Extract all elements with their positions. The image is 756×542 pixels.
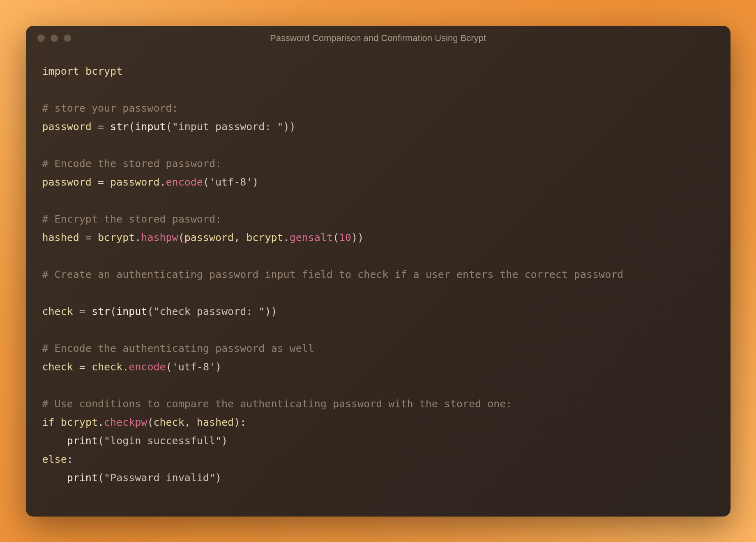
blank-line (42, 321, 714, 339)
code-line: password = password.encode('utf-8') (42, 173, 714, 191)
blank-line (42, 247, 714, 265)
string-literal: "login successfull" (104, 435, 221, 447)
operator: = (92, 121, 110, 133)
paren: ( (147, 305, 153, 317)
comment: # Use conditions to compare the authenti… (42, 398, 512, 410)
keyword-else: else (42, 453, 67, 465)
code-line: # Encrypt the stored pasword: (42, 210, 714, 228)
variable: password (184, 232, 234, 243)
code-line: check = check.encode('utf-8') (42, 358, 714, 376)
method-call: gensalt (290, 232, 333, 243)
paren: ( (166, 121, 172, 133)
code-line: check = str(input("check password: ")) (42, 302, 714, 321)
method-call: encode (129, 361, 166, 373)
code-line: import bcrypt (42, 62, 714, 80)
colon: : (67, 453, 73, 465)
keyword-if: if (42, 416, 55, 428)
comment: # Create an authenticating password inpu… (42, 269, 624, 280)
paren: ( (178, 232, 184, 243)
module-ref: bcrypt (98, 232, 135, 243)
paren: ) (252, 176, 258, 188)
paren: ) (221, 435, 228, 447)
builtin-fn: input (135, 121, 166, 133)
space (55, 416, 61, 428)
builtin-fn: input (116, 305, 147, 317)
code-line: # Encode the authenticating password as … (42, 339, 714, 358)
code-line: # store your password: (42, 99, 714, 117)
dot: . (284, 232, 290, 243)
method-call: hashpw (141, 232, 178, 243)
paren: ( (129, 121, 135, 133)
module-ref: bcrypt (61, 416, 98, 428)
paren: ( (98, 472, 104, 484)
string-literal: "check password: " (153, 305, 265, 317)
minimize-button[interactable] (51, 34, 58, 42)
module-name: bcrypt (85, 65, 122, 77)
dot: . (135, 232, 141, 243)
dot: . (122, 361, 129, 373)
string-literal: 'utf-8' (209, 176, 252, 188)
comma: , (184, 416, 197, 428)
code-line: # Create an authenticating password inpu… (42, 265, 714, 284)
comma: , (234, 232, 246, 243)
close-button[interactable] (37, 34, 45, 42)
dot: . (98, 416, 104, 428)
variable: check (42, 305, 73, 317)
string-literal: "input password: " (172, 121, 284, 133)
variable: password (110, 176, 159, 188)
operator: = (79, 232, 98, 243)
variable: hashed (42, 232, 79, 243)
code-window: Password Comparison and Confirmation Usi… (26, 26, 731, 517)
code-line: # Use conditions to compare the authenti… (42, 395, 714, 413)
paren: ) (215, 361, 221, 373)
comment: # Encode the stored password: (42, 158, 222, 170)
code-editor[interactable]: import bcrypt # store your password: pas… (26, 51, 731, 517)
keyword-import: import (42, 65, 79, 77)
paren: ) (234, 416, 240, 428)
builtin-fn: str (92, 305, 110, 317)
paren: ( (110, 305, 116, 317)
paren: ( (98, 435, 104, 447)
comment: # Encrypt the stored pasword: (42, 213, 222, 225)
builtin-fn: print (67, 435, 98, 447)
string-literal: "Passward invalid" (104, 472, 215, 484)
code-line: # Encode the stored password: (42, 154, 714, 173)
space (79, 65, 85, 77)
blank-line (42, 284, 714, 302)
blank-line (42, 136, 714, 154)
operator: = (92, 176, 110, 188)
code-line: if bcrypt.checkpw(check, hashed): (42, 413, 714, 432)
paren: ( (166, 361, 172, 373)
number-literal: 10 (339, 232, 351, 243)
colon: : (240, 416, 246, 428)
code-line: print("login successfull") (42, 432, 714, 450)
comment: # Encode the authenticating password as … (42, 342, 314, 354)
operator: = (73, 361, 92, 373)
code-line: password = str(input("input password: ")… (42, 117, 714, 136)
code-line: print("Passward invalid") (42, 469, 714, 487)
indent (42, 435, 67, 447)
indent (42, 472, 67, 484)
operator: = (73, 305, 92, 317)
module-ref: bcrypt (246, 232, 283, 243)
string-literal: 'utf-8' (172, 361, 215, 373)
method-call: encode (166, 176, 203, 188)
blank-line (42, 191, 714, 210)
blank-line (42, 376, 714, 395)
variable: check (42, 361, 73, 373)
paren: ( (333, 232, 339, 243)
paren: ( (203, 176, 209, 188)
paren: ) (215, 472, 221, 484)
variable: check (92, 361, 122, 373)
traffic-lights (37, 34, 71, 42)
paren: )) (284, 121, 296, 133)
builtin-fn: print (67, 472, 98, 484)
window-title: Password Comparison and Confirmation Usi… (270, 33, 486, 44)
paren: )) (351, 232, 364, 243)
code-line: hashed = bcrypt.hashpw(password, bcrypt.… (42, 228, 714, 247)
code-line: else: (42, 450, 714, 469)
maximize-button[interactable] (64, 34, 71, 42)
blank-line (42, 80, 714, 99)
variable: password (42, 176, 92, 188)
paren: ( (147, 416, 153, 428)
